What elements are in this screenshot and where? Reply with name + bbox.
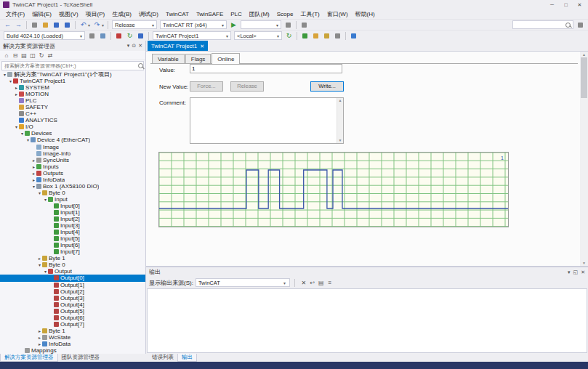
tree-item[interactable]: Input[4] (0, 229, 145, 235)
tab-online[interactable]: Online (212, 53, 240, 64)
tree-item[interactable]: ▸SYSTEM (0, 84, 145, 91)
tree-item[interactable]: PLC (0, 97, 145, 104)
tree-item[interactable]: ▸InfoData (0, 341, 145, 347)
find-in-files-icon[interactable] (299, 20, 309, 30)
tree-item[interactable]: C++ (0, 110, 145, 117)
maximize-button[interactable]: □ (559, 0, 573, 9)
dropdown-caret-icon[interactable]: ▾ (102, 23, 104, 28)
output-content[interactable] (147, 288, 587, 353)
save-all-icon[interactable] (63, 20, 72, 30)
dropdown-caret-icon[interactable]: ▾ (88, 23, 90, 28)
tree-item[interactable]: Output[7] (0, 321, 145, 328)
expand-icon[interactable]: ▸ (37, 328, 42, 333)
menu-item[interactable]: Scope (273, 9, 297, 19)
menu-item[interactable]: 视图(V) (55, 9, 82, 19)
tree-item[interactable]: ▸Inputs (0, 163, 145, 170)
menu-item[interactable]: 工具(T) (297, 9, 323, 19)
target-system-combo[interactable]: <Local>▾ (234, 31, 282, 40)
toggle-io-icon[interactable] (311, 31, 321, 41)
tree-item[interactable]: Input[0] (0, 203, 145, 209)
forward-icon[interactable]: → (14, 20, 23, 30)
tc-gear-icon[interactable] (114, 31, 124, 41)
collapse-icon[interactable]: ▾ (2, 72, 7, 77)
solution-platforms-icon[interactable] (283, 20, 293, 30)
apply-version-icon[interactable] (87, 31, 97, 41)
refresh-target-icon[interactable]: ↻ (284, 31, 294, 41)
build-version-combo[interactable]: Build 4024.10 (Loaded)▾ (4, 31, 85, 40)
comment-textarea[interactable]: ▲ ▼ (190, 97, 344, 144)
preview-icon[interactable]: ◫ (28, 51, 37, 60)
expand-icon[interactable]: ▸ (37, 256, 42, 261)
menu-item[interactable]: 帮助(H) (352, 9, 379, 19)
redo-icon[interactable]: ↷ (92, 20, 102, 30)
tree-item[interactable]: ▾Output (0, 268, 145, 275)
tree-item[interactable]: Output[5] (0, 308, 145, 315)
expand-icon[interactable]: ▸ (14, 92, 19, 97)
menu-item[interactable]: PLC (227, 9, 246, 19)
configuration-combo[interactable]: Release▾ (112, 20, 157, 29)
tree-item[interactable]: Output[6] (0, 315, 145, 321)
expand-icon[interactable]: ▸ (31, 171, 36, 176)
tree-item[interactable]: Output[3] (0, 295, 145, 301)
tree-item[interactable]: ▸SyncUnits (0, 157, 145, 163)
minimize-button[interactable]: ─ (545, 0, 559, 9)
back-icon[interactable]: ← (3, 20, 12, 30)
tree-item[interactable]: SAFETY (0, 104, 145, 110)
tree-item[interactable]: ▾Devices (0, 130, 145, 137)
menu-item[interactable]: TwinSAFE (193, 9, 227, 19)
refresh-icon[interactable]: ↻ (37, 51, 46, 60)
menu-item[interactable]: 团队(M) (246, 9, 273, 19)
project-combo[interactable]: TwinCAT Project1▾ (153, 31, 231, 40)
collapse-icon[interactable]: ▾ (25, 137, 31, 142)
tree-item[interactable]: Output[0] (0, 275, 145, 281)
tab-flags[interactable]: Flags (185, 54, 212, 63)
tree-item[interactable]: Input[5] (0, 235, 145, 242)
platform-combo[interactable]: TwinCAT RT (x64)▾ (160, 20, 227, 29)
tree-item[interactable]: Output[4] (0, 301, 145, 308)
tree-item[interactable]: ▾Box 1 (AX58100 DIO) (0, 183, 145, 190)
scroll-up-icon[interactable]: ▲ (339, 99, 342, 102)
document-scrollbar[interactable]: ▲ ▼ (580, 52, 588, 266)
collapse-icon[interactable]: ▾ (20, 131, 25, 136)
scrollbar-up-icon[interactable]: ▲ (582, 52, 586, 57)
tree-item[interactable]: Image (0, 144, 145, 150)
comment-scrollbar[interactable]: ▲ ▼ (337, 98, 343, 143)
solution-search[interactable] (1, 61, 144, 70)
menu-item[interactable]: 调试(D) (135, 9, 162, 19)
tree-item[interactable]: ▸Outputs (0, 170, 145, 177)
panel-tab[interactable]: 输出 (177, 354, 197, 362)
expand-icon[interactable]: ▸ (31, 164, 36, 169)
collapse-icon[interactable]: ▾ (43, 197, 48, 202)
menu-item[interactable]: 生成(B) (108, 9, 135, 19)
tree-item[interactable]: ▾Device 4 (EtherCAT) (0, 137, 145, 143)
tree-item[interactable]: ▾Byte 0 (0, 190, 145, 196)
tree-item[interactable]: ▾Input (0, 196, 145, 203)
output-close-icon[interactable]: ✕ (581, 269, 585, 275)
tree-item[interactable]: Input[1] (0, 209, 145, 216)
tc-config-icon[interactable] (136, 31, 145, 41)
tree-item[interactable]: Mappings (0, 347, 145, 354)
tree-item[interactable]: Input[6] (0, 242, 145, 248)
panel-tab[interactable]: 错误列表 (148, 354, 177, 362)
tree-item[interactable]: ▾I/O (0, 123, 145, 130)
tree-item[interactable]: Output[2] (0, 288, 145, 295)
scroll-lock-icon[interactable]: ≡ (326, 278, 334, 287)
collapse-icon[interactable]: ▾ (8, 78, 13, 84)
clear-all-icon[interactable]: ✕ (299, 278, 308, 287)
tree-item[interactable]: ▾TwinCAT Project1 (0, 78, 145, 84)
document-tab[interactable]: TwinCAT Project1 ✕ (148, 41, 208, 51)
tree-item[interactable]: ▾Byte 0 (0, 261, 145, 268)
home-icon[interactable]: ⌂ (2, 51, 11, 60)
tree-item[interactable]: Input[7] (0, 248, 145, 255)
expand-icon[interactable]: ▸ (31, 158, 36, 163)
save-icon[interactable] (52, 20, 61, 30)
search-input[interactable] (2, 62, 138, 70)
tree-item[interactable]: Image-Info (0, 150, 145, 157)
force-button[interactable]: Force... (190, 81, 223, 92)
tree-item[interactable]: ▸InfoData (0, 177, 145, 183)
properties-icon[interactable]: ▤ (20, 51, 28, 60)
scrollbar-thumb[interactable] (581, 57, 587, 98)
collapse-icon[interactable]: ▾ (31, 184, 36, 189)
scrollbar-down-icon[interactable]: ▼ (582, 261, 586, 265)
undo-icon[interactable]: ↶ (78, 20, 88, 30)
